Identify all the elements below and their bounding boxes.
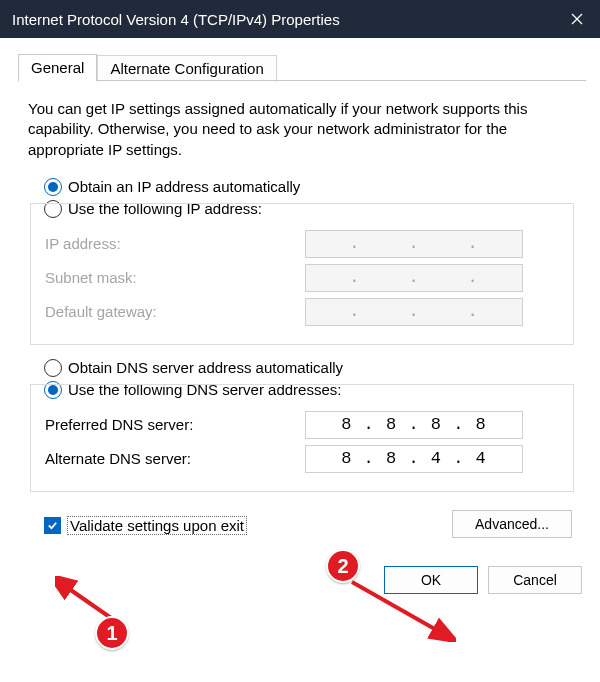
subnet-mask-label: Subnet mask: [45, 269, 305, 286]
validate-label: Validate settings upon exit [67, 516, 247, 535]
ip-address-input: ... [305, 230, 523, 258]
close-icon [571, 13, 583, 25]
preferred-dns-input[interactable]: 8 . 8 . 8 . 8 [305, 411, 523, 439]
default-gateway-label: Default gateway: [45, 303, 305, 320]
tab-panel-general: You can get IP settings assigned automat… [18, 81, 586, 542]
titlebar: Internet Protocol Version 4 (TCP/IPv4) P… [0, 0, 600, 38]
radio-dns-auto[interactable]: Obtain DNS server address automatically [44, 359, 578, 377]
window-title: Internet Protocol Version 4 (TCP/IPv4) P… [12, 11, 554, 28]
row-ip-address: IP address: ... [45, 230, 559, 258]
alternate-dns-input[interactable]: 8 . 8 . 4 . 4 [305, 445, 523, 473]
radio-ip-auto[interactable]: Obtain an IP address automatically [44, 178, 578, 196]
tab-general[interactable]: General [18, 54, 97, 81]
groupbox-dns: Preferred DNS server: 8 . 8 . 8 . 8 Alte… [30, 384, 574, 492]
radio-label: Obtain DNS server address automatically [68, 359, 343, 376]
dialog-body: General Alternate Configuration You can … [0, 38, 600, 550]
preferred-dns-label: Preferred DNS server: [45, 416, 305, 433]
annotation-badge-2: 2 [326, 549, 360, 583]
default-gateway-input: ... [305, 298, 523, 326]
tabstrip: General Alternate Configuration [18, 50, 586, 81]
row-subnet-mask: Subnet mask: ... [45, 264, 559, 292]
close-button[interactable] [554, 0, 600, 38]
validate-checkbox[interactable]: Validate settings upon exit [44, 516, 247, 535]
ip-address-label: IP address: [45, 235, 305, 252]
radio-icon [44, 178, 62, 196]
groupbox-ip: IP address: ... Subnet mask: ... Default… [30, 203, 574, 345]
radio-label: Obtain an IP address automatically [68, 178, 300, 195]
alternate-dns-label: Alternate DNS server: [45, 450, 305, 467]
row-default-gateway: Default gateway: ... [45, 298, 559, 326]
subnet-mask-input: ... [305, 264, 523, 292]
tab-alternate[interactable]: Alternate Configuration [97, 55, 276, 82]
annotation-arrow-2 [346, 576, 456, 642]
advanced-button[interactable]: Advanced... [452, 510, 572, 538]
row-preferred-dns: Preferred DNS server: 8 . 8 . 8 . 8 [45, 411, 559, 439]
radio-icon [44, 359, 62, 377]
checkbox-icon [44, 517, 61, 534]
description-text: You can get IP settings assigned automat… [28, 99, 576, 160]
svg-line-2 [65, 586, 111, 618]
cancel-button[interactable]: Cancel [488, 566, 582, 594]
row-alternate-dns: Alternate DNS server: 8 . 8 . 4 . 4 [45, 445, 559, 473]
annotation-badge-1: 1 [95, 616, 129, 650]
svg-line-3 [352, 582, 440, 632]
